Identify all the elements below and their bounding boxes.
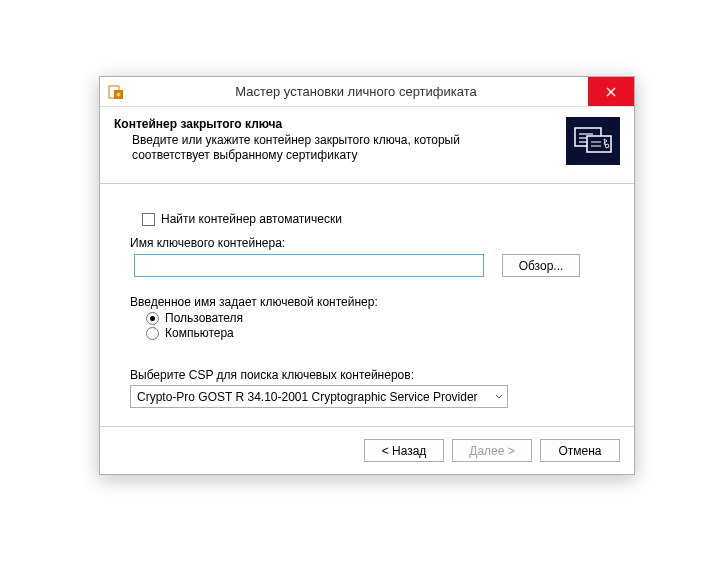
header-subheading: Введите или укажите контейнер закрытого … — [114, 133, 534, 163]
wizard-window: Мастер установки личного сертификата Кон… — [99, 76, 635, 475]
container-name-input[interactable] — [134, 254, 484, 277]
scope-computer-label: Компьютера — [165, 326, 234, 340]
auto-find-label: Найти контейнер автоматически — [161, 212, 342, 226]
csp-label: Выберите CSP для поиска ключевых контейн… — [130, 368, 604, 382]
close-button[interactable] — [588, 77, 634, 106]
scope-user-row[interactable]: Пользователя — [146, 311, 604, 325]
cancel-button[interactable]: Отмена — [540, 439, 620, 462]
scope-user-label: Пользователя — [165, 311, 243, 325]
titlebar: Мастер установки личного сертификата — [100, 77, 634, 107]
scope-label: Введенное имя задает ключевой контейнер: — [130, 295, 604, 309]
app-icon — [108, 84, 124, 100]
next-button[interactable]: Далее > — [452, 439, 532, 462]
svg-point-2 — [117, 92, 121, 96]
window-title: Мастер установки личного сертификата — [124, 84, 588, 99]
auto-find-row[interactable]: Найти контейнер автоматически — [142, 212, 604, 226]
scope-user-radio[interactable] — [146, 312, 159, 325]
header-heading: Контейнер закрытого ключа — [114, 117, 558, 131]
wizard-body: Найти контейнер автоматически Имя ключев… — [100, 184, 634, 426]
wizard-header: Контейнер закрытого ключа Введите или ук… — [100, 107, 634, 184]
csp-select[interactable]: Crypto-Pro GOST R 34.10-2001 Cryptograph… — [130, 385, 508, 408]
csp-selected-value: Crypto-Pro GOST R 34.10-2001 Cryptograph… — [137, 390, 478, 404]
wizard-footer: < Назад Далее > Отмена — [100, 426, 634, 474]
scope-computer-radio[interactable] — [146, 327, 159, 340]
container-name-label: Имя ключевого контейнера: — [130, 236, 604, 250]
back-button[interactable]: < Назад — [364, 439, 444, 462]
browse-button[interactable]: Обзор... — [502, 254, 580, 277]
scope-computer-row[interactable]: Компьютера — [146, 326, 604, 340]
auto-find-checkbox[interactable] — [142, 213, 155, 226]
chevron-down-icon — [495, 391, 503, 402]
certificate-icon — [566, 117, 620, 165]
